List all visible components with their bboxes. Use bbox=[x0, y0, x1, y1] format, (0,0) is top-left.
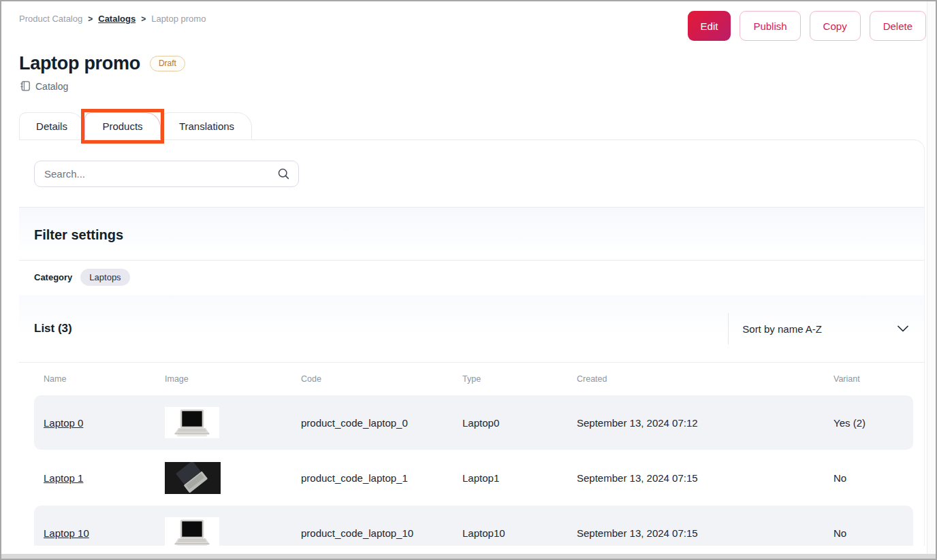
tab-products[interactable]: Products bbox=[84, 112, 161, 139]
vertical-scrollbar[interactable] bbox=[927, 1, 936, 554]
product-variant: Yes (2) bbox=[833, 417, 913, 429]
tab-products-label: Products bbox=[102, 120, 142, 132]
products-tab-panel: Filter settings Category Laptops List (3… bbox=[19, 139, 925, 546]
list-title: List (3) bbox=[34, 322, 72, 335]
action-buttons: Edit Publish Copy Delete bbox=[688, 11, 926, 41]
product-link-laptop-1[interactable]: Laptop 1 bbox=[44, 472, 83, 484]
sort-dropdown[interactable]: Sort by name A-Z bbox=[728, 313, 913, 344]
tab-details[interactable]: Details bbox=[19, 112, 84, 139]
product-variant: No bbox=[833, 527, 913, 539]
product-table: Laptop 0 product_code_laptop_0 Laptop0 S… bbox=[19, 394, 924, 546]
column-header-code: Code bbox=[301, 374, 462, 384]
table-header-row: Name Image Code Type Created Variant bbox=[19, 363, 924, 394]
column-header-type: Type bbox=[462, 374, 577, 384]
breadcrumb-item-current: Laptop promo bbox=[151, 14, 206, 24]
search-icon[interactable] bbox=[277, 167, 290, 180]
tab-bar: Details Products Translations bbox=[19, 112, 936, 139]
catalog-icon bbox=[19, 80, 31, 92]
column-header-created: Created bbox=[577, 374, 833, 384]
product-variant: No bbox=[833, 472, 913, 484]
tab-translations-label: Translations bbox=[179, 120, 234, 132]
top-bar: Product Catalog > Catalogs > Laptop prom… bbox=[1, 1, 936, 41]
column-header-image: Image bbox=[165, 374, 301, 384]
product-link-laptop-0[interactable]: Laptop 0 bbox=[44, 417, 83, 429]
breadcrumb-separator: > bbox=[88, 14, 93, 24]
product-created: September 13, 2024 07:15 bbox=[577, 527, 833, 539]
entity-type-label: Catalog bbox=[35, 81, 68, 92]
product-thumbnail-laptop-1 bbox=[165, 462, 221, 494]
product-type: Laptop1 bbox=[462, 472, 577, 484]
delete-button[interactable]: Delete bbox=[870, 11, 926, 41]
tab-details-label: Details bbox=[36, 120, 67, 132]
search-box bbox=[34, 161, 299, 187]
breadcrumb-item-catalogs[interactable]: Catalogs bbox=[98, 14, 136, 24]
table-row: Laptop 10 product_code_laptop_10 Laptop1… bbox=[34, 506, 913, 546]
product-type: Laptop0 bbox=[462, 417, 577, 429]
product-created: September 13, 2024 07:12 bbox=[577, 417, 833, 429]
filter-settings-title: Filter settings bbox=[34, 227, 924, 243]
product-code: product_code_laptop_10 bbox=[301, 527, 462, 539]
edit-button[interactable]: Edit bbox=[688, 11, 731, 41]
breadcrumb: Product Catalog > Catalogs > Laptop prom… bbox=[19, 11, 206, 24]
product-created: September 13, 2024 07:15 bbox=[577, 472, 833, 484]
tab-translations[interactable]: Translations bbox=[161, 112, 252, 139]
copy-button[interactable]: Copy bbox=[810, 11, 861, 41]
column-header-variant: Variant bbox=[833, 374, 924, 384]
breadcrumb-item-product-catalog[interactable]: Product Catalog bbox=[19, 14, 82, 24]
publish-button[interactable]: Publish bbox=[740, 11, 800, 41]
product-type: Laptop10 bbox=[462, 527, 577, 539]
table-row: Laptop 0 product_code_laptop_0 Laptop0 S… bbox=[34, 395, 913, 450]
product-code: product_code_laptop_1 bbox=[301, 472, 462, 484]
chevron-down-icon bbox=[897, 325, 909, 333]
table-row: Laptop 1 product_code_laptop_1 Laptop1 S… bbox=[34, 450, 913, 505]
page-title: Laptop promo bbox=[19, 53, 140, 74]
product-link-laptop-10[interactable]: Laptop 10 bbox=[44, 527, 89, 539]
product-thumbnail-laptop-10 bbox=[165, 517, 219, 546]
product-thumbnail-laptop-0 bbox=[165, 407, 219, 438]
category-label: Category bbox=[34, 272, 72, 282]
search-input[interactable] bbox=[44, 168, 277, 180]
horizontal-scrollbar[interactable] bbox=[1, 554, 936, 559]
status-badge: Draft bbox=[150, 56, 185, 71]
product-code: product_code_laptop_0 bbox=[301, 417, 462, 429]
breadcrumb-separator: > bbox=[141, 14, 146, 24]
column-header-name: Name bbox=[44, 374, 165, 384]
category-chip-laptops[interactable]: Laptops bbox=[80, 269, 129, 286]
sort-label: Sort by name A-Z bbox=[742, 323, 822, 335]
